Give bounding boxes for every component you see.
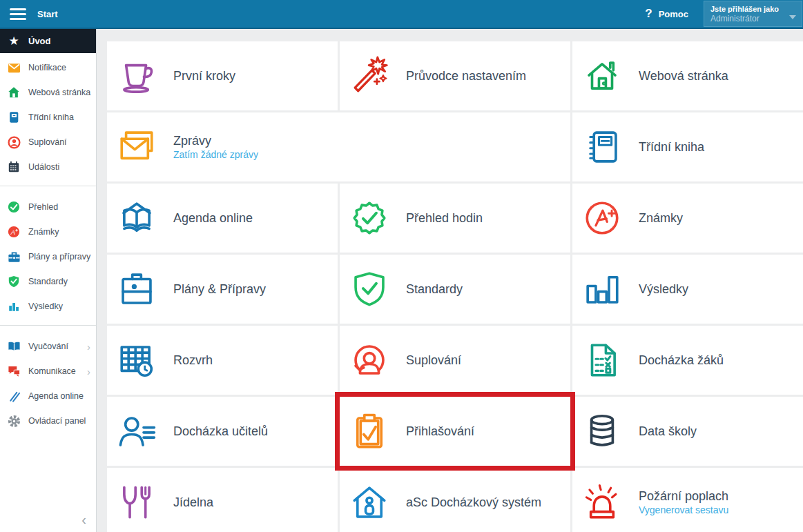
glass-fork-icon — [117, 482, 157, 522]
sidebar-item-ovladaci-panel[interactable]: Ovládací panel — [0, 408, 96, 433]
house-icon — [582, 56, 622, 96]
tile-webova-stranka[interactable]: Webová stránka — [572, 41, 803, 110]
chat-bubbles-icon — [7, 365, 21, 378]
envelope-icon — [7, 61, 21, 75]
sidebar-item-uvod[interactable]: ★ Úvod — [0, 29, 96, 53]
sidebar-item-udalosti[interactable]: Události — [0, 155, 96, 179]
person-refresh-icon — [349, 340, 389, 380]
tile-status-text: Zatím žádné zprávy — [173, 149, 258, 160]
briefcase-icon — [117, 269, 157, 309]
tile-asc-dochazkovy-system[interactable]: aSc Docházkový systém — [340, 468, 570, 532]
generate-report-link[interactable]: Vygenerovat sestavu — [639, 504, 728, 515]
sidebar-item-standardy[interactable]: Standardy — [0, 269, 96, 294]
envelopes-icon — [117, 127, 157, 167]
sidebar-divider — [0, 186, 96, 186]
open-book-roof-icon — [117, 198, 157, 238]
tile-dochazka-ucitelu[interactable]: Docházka učitelů — [107, 397, 338, 466]
timetable-clock-icon — [117, 340, 157, 380]
sidebar-divider — [0, 325, 96, 326]
logged-in-as-label: Jste přihlášen jako — [710, 5, 779, 14]
sidebar-item-plany-a-pripravy[interactable]: Plány a přípravy — [0, 244, 96, 269]
tile-label: Zprávy — [173, 134, 258, 148]
tile-zpravy[interactable]: Zprávy Zatím žádné zprávy — [107, 112, 570, 181]
app-root: Start ? Pomoc Jste přihlášen jako Admini… — [0, 0, 803, 532]
sidebar-item-agenda-online[interactable]: Agenda online — [0, 384, 96, 408]
tile-label: Agenda online — [173, 211, 253, 226]
tile-plany-pripravy[interactable]: Plány & Přípravy — [107, 255, 338, 324]
top-bar: Start ? Pomoc Jste přihlášen jako Admini… — [0, 0, 803, 29]
tile-label: Jídelna — [173, 495, 213, 510]
tile-prehled-hodin[interactable]: Přehled hodin — [340, 184, 570, 253]
tile-data-skoly[interactable]: Data školy — [572, 397, 803, 466]
tile-label: aSc Docházkový systém — [406, 495, 541, 510]
tile-label: Třídní kniha — [639, 140, 704, 155]
user-menu[interactable]: Jste přihlášen jako Administrátor — [704, 1, 802, 27]
bar-chart-icon — [7, 300, 21, 313]
tile-label: Přehled hodin — [406, 211, 483, 226]
bar-chart-icon — [582, 269, 622, 309]
help-button[interactable]: ? Pomoc — [645, 7, 688, 21]
tile-standardy[interactable]: Standardy — [340, 255, 570, 324]
sidebar-item-komunikace[interactable]: Komunikace › — [0, 359, 96, 384]
sidebar-item-notifikace[interactable]: Notifikace — [0, 55, 96, 80]
circle-check-icon — [7, 201, 21, 213]
tile-label: Data školy — [639, 424, 697, 439]
tile-vysledky[interactable]: Výsledky — [572, 255, 803, 324]
shield-check-icon — [349, 269, 389, 309]
sidebar: ★ Úvod Notifikace Webová stránka — [0, 29, 97, 532]
badge-check-icon — [349, 198, 389, 238]
collapse-sidebar-button[interactable]: ‹ — [81, 513, 86, 526]
tile-label: Známky — [639, 211, 683, 226]
tile-pruvodce-nastavenim[interactable]: Průvodce nastavením — [340, 41, 570, 110]
question-mark-icon: ? — [645, 7, 652, 21]
attendance-list-icon — [582, 340, 622, 380]
hamburger-menu-icon[interactable] — [10, 8, 26, 20]
chevron-down-icon — [789, 15, 796, 19]
sidebar-item-prehled[interactable]: Přehled — [0, 195, 96, 219]
tile-jidelna[interactable]: Jídelna — [107, 468, 338, 532]
tile-agenda-online[interactable]: Agenda online — [107, 184, 338, 253]
magic-wand-icon — [349, 56, 389, 96]
shield-check-icon — [7, 275, 21, 288]
tile-label: Docházka učitelů — [173, 424, 268, 439]
person-circle-icon — [7, 136, 21, 149]
sidebar-item-vysledky[interactable]: Výsledky — [0, 294, 96, 319]
page-title: Start — [37, 9, 58, 19]
calendar-icon — [7, 161, 21, 173]
sidebar-item-tridni-kniha[interactable]: Třídní kniha — [0, 105, 96, 130]
tile-label: Docházka žáků — [639, 353, 724, 368]
tile-tridni-kniha[interactable]: Třídní kniha — [572, 112, 803, 181]
open-book-icon — [7, 340, 21, 353]
tile-pozarni-poplach[interactable]: Požární poplach Vygenerovat sestavu — [572, 468, 803, 532]
clipboard-check-icon — [349, 411, 389, 451]
tile-label: Průvodce nastavením — [406, 69, 526, 83]
user-role: Administrátor — [710, 14, 779, 23]
tile-grid: První kroky Průvodce nastavením — [97, 29, 803, 532]
sidebar-item-znamky[interactable]: A Známky — [0, 219, 96, 244]
chevron-right-icon: › — [87, 341, 92, 353]
database-icon — [582, 411, 622, 451]
circle-aplus-icon: A — [7, 226, 21, 238]
tile-label: Webová stránka — [639, 69, 728, 83]
tile-znamky[interactable]: Známky — [572, 184, 803, 253]
sidebar-item-vyucovani[interactable]: Vyučování › — [0, 334, 96, 359]
notebook-icon — [582, 127, 622, 167]
tile-rozvrh[interactable]: Rozvrh — [107, 326, 338, 395]
tile-suplovani[interactable]: Suplování — [340, 326, 570, 395]
tile-label: Přihlašování — [406, 424, 474, 439]
tile-label: Požární poplach — [639, 489, 728, 504]
tile-prihlasovani[interactable]: Přihlašování — [340, 397, 570, 466]
svg-text:A: A — [10, 228, 15, 236]
tile-label: Suplování — [406, 353, 461, 368]
sidebar-item-webova-stranka[interactable]: Webová stránka — [0, 80, 96, 105]
tile-prvni-kroky[interactable]: První kroky — [107, 41, 338, 110]
chevron-right-icon: › — [87, 366, 92, 377]
a-plus-circle-icon — [582, 198, 622, 238]
tile-label: Výsledky — [639, 282, 688, 297]
sidebar-item-suplovani[interactable]: Suplování — [0, 130, 96, 155]
house-person-icon — [349, 482, 389, 522]
siren-icon — [582, 482, 622, 522]
tile-dochazka-zaku[interactable]: Docházka žáků — [572, 326, 803, 395]
person-lines-icon — [117, 411, 157, 451]
tile-label: Rozvrh — [173, 353, 213, 368]
